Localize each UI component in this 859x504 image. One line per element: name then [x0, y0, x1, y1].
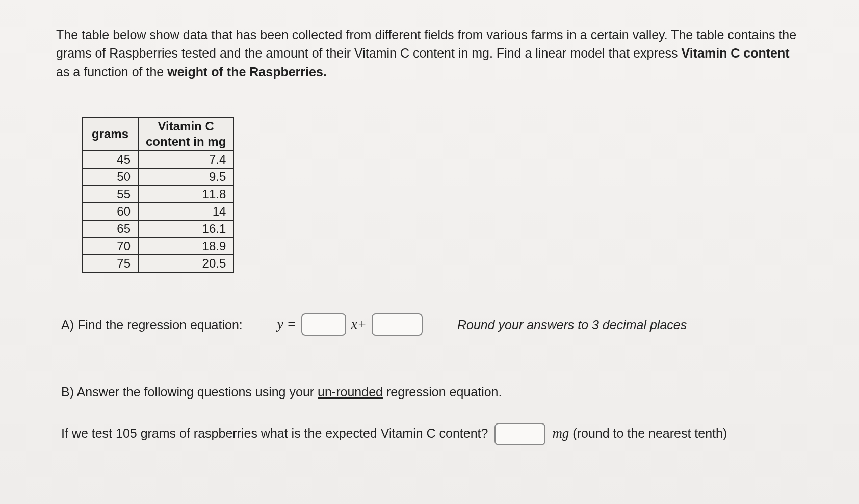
- intro-bold-1: Vitamin C content: [682, 46, 790, 60]
- cell-vitc: 20.5: [138, 255, 233, 272]
- cell-grams: 45: [82, 151, 138, 168]
- intercept-input[interactable]: [372, 313, 423, 336]
- part-a-label: A) Find the regression equation:: [61, 314, 243, 335]
- part-b-round-hint: (round to the nearest tenth): [569, 426, 727, 440]
- table-row: 509.5: [82, 168, 233, 185]
- table-header-vitc-l2: content in mg: [146, 135, 226, 148]
- cell-vitc: 14: [138, 203, 233, 220]
- part-a-hint: Round your answers to 3 decimal places: [457, 314, 687, 335]
- table-header-vitc-l1: Vitamin C: [158, 119, 214, 133]
- cell-vitc: 7.4: [138, 151, 233, 168]
- intro-text-mid: as a function of the: [56, 65, 167, 79]
- part-b-q-text: If we test 105 grams of raspberries what…: [61, 426, 488, 440]
- cell-grams: 60: [82, 203, 138, 220]
- table-row: 7018.9: [82, 237, 233, 255]
- table-header-grams: grams: [82, 117, 138, 151]
- part-b-question: If we test 105 grams of raspberries what…: [61, 422, 803, 445]
- part-b-intro-under: un-rounded: [318, 385, 383, 399]
- cell-vitc: 16.1: [138, 220, 233, 237]
- data-table: grams Vitamin C content in mg 457.4 509.…: [82, 117, 234, 273]
- unit-mg: mg: [552, 426, 569, 441]
- cell-grams: 50: [82, 168, 138, 185]
- cell-vitc: 18.9: [138, 237, 233, 255]
- part-b-intro: B) Answer the following questions using …: [61, 382, 803, 402]
- table-row: 5511.8: [82, 185, 233, 203]
- cell-vitc: 11.8: [138, 185, 233, 203]
- part-b-intro-post: regression equation.: [383, 385, 502, 399]
- slope-input[interactable]: [301, 313, 346, 336]
- table-header-vitc: Vitamin C content in mg: [138, 117, 233, 151]
- math-x-plus: x+: [351, 313, 367, 335]
- cell-grams: 70: [82, 237, 138, 255]
- cell-vitc: 9.5: [138, 168, 233, 185]
- table-row: 457.4: [82, 151, 233, 168]
- table-row: 6014: [82, 203, 233, 220]
- cell-grams: 55: [82, 185, 138, 203]
- vitc-answer-input[interactable]: [494, 423, 545, 445]
- cell-grams: 75: [82, 255, 138, 272]
- intro-bold-2: weight of the Raspberries.: [167, 65, 327, 79]
- part-a: A) Find the regression equation: y = x+ …: [61, 313, 687, 336]
- cell-grams: 65: [82, 220, 138, 237]
- table-row: 6516.1: [82, 220, 233, 237]
- part-b-intro-pre: B) Answer the following questions using …: [61, 385, 318, 399]
- problem-statement: The table below show data that has been …: [56, 25, 803, 81]
- worksheet-page: The table below show data that has been …: [0, 0, 859, 504]
- table-row: 7520.5: [82, 255, 233, 272]
- math-y-equals: y =: [277, 313, 296, 335]
